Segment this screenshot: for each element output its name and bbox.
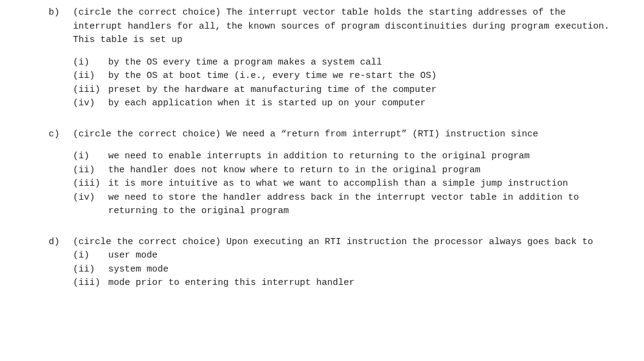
question-header: c) (circle the correct choice) We need a… xyxy=(49,128,620,142)
option-text: by each application when it is started u… xyxy=(108,97,620,111)
option-label: (i) xyxy=(73,249,108,263)
option-label: (iv) xyxy=(73,191,108,205)
option-label: (iv) xyxy=(73,97,108,111)
option-row: (i) user mode xyxy=(73,249,620,263)
option-text: it is more intuitive as to what we want … xyxy=(108,177,620,191)
option-label: (iii) xyxy=(73,83,108,97)
option-text: by the OS every time a program makes a s… xyxy=(108,56,620,70)
option-text: user mode xyxy=(108,249,620,263)
option-row: (ii) system mode xyxy=(73,263,620,277)
option-text: mode prior to entering this interrupt ha… xyxy=(108,276,620,290)
option-row: (iii) mode prior to entering this interr… xyxy=(73,276,620,290)
option-row: (iv) we need to store the handler addres… xyxy=(73,191,620,219)
option-row: (iii) preset by the hardware at manufact… xyxy=(73,83,620,97)
option-label: (iii) xyxy=(73,177,108,191)
option-text: the handler does not know where to retur… xyxy=(108,164,620,178)
option-text: preset by the hardware at manufacturing … xyxy=(108,83,620,97)
option-label: (iii) xyxy=(73,276,108,290)
options-list: (i) by the OS every time a program makes… xyxy=(73,56,620,111)
question-label: b) xyxy=(49,6,73,20)
option-label: (ii) xyxy=(73,263,108,277)
option-text: system mode xyxy=(108,263,620,277)
question-prompt: (circle the correct choice) We need a “r… xyxy=(73,128,620,142)
question-header: d) (circle the correct choice) Upon exec… xyxy=(49,236,620,250)
option-text: we need to store the handler address bac… xyxy=(108,191,620,219)
question-prompt: (circle the correct choice) Upon executi… xyxy=(73,236,620,250)
option-row: (i) by the OS every time a program makes… xyxy=(73,56,620,70)
option-row: (ii) the handler does not know where to … xyxy=(73,164,620,178)
questions-container: b) (circle the correct choice) The inter… xyxy=(49,6,620,290)
question-prompt: (circle the correct choice) The interrup… xyxy=(73,6,620,47)
options-list: (i) we need to enable interrupts in addi… xyxy=(73,150,620,219)
options-list: (i) user mode (ii) system mode (iii) mod… xyxy=(73,249,620,290)
option-row: (ii) by the OS at boot time (i.e., every… xyxy=(73,69,620,83)
question-block: b) (circle the correct choice) The inter… xyxy=(49,6,620,111)
option-row: (i) we need to enable interrupts in addi… xyxy=(73,150,620,164)
option-row: (iii) it is more intuitive as to what we… xyxy=(73,177,620,191)
option-label: (i) xyxy=(73,150,108,164)
option-text: we need to enable interrupts in addition… xyxy=(108,150,620,164)
option-row: (iv) by each application when it is star… xyxy=(73,97,620,111)
question-block: d) (circle the correct choice) Upon exec… xyxy=(49,236,620,290)
option-label: (ii) xyxy=(73,164,108,178)
option-label: (i) xyxy=(73,56,108,70)
option-label: (ii) xyxy=(73,69,108,83)
option-text: by the OS at boot time (i.e., every time… xyxy=(108,69,620,83)
question-header: b) (circle the correct choice) The inter… xyxy=(49,6,620,47)
question-label: c) xyxy=(49,128,73,142)
question-label: d) xyxy=(49,236,73,250)
question-block: c) (circle the correct choice) We need a… xyxy=(49,128,620,219)
